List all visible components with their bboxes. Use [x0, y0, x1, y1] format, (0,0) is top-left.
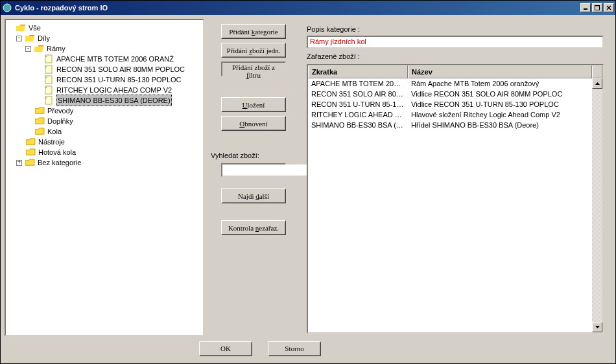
title-bar: Cyklo - rozpadový strom IO — [1, 1, 615, 15]
cell-nazev: Vidlice RECON 351 U-TURN 85-130 POPLOC — [408, 100, 592, 108]
refresh-button[interactable]: Obnovení — [221, 116, 286, 131]
search-label: Vyhledat zboží: — [211, 152, 259, 159]
category-tree[interactable]: Vše -Díly -Rámy APACHE MTB TOTEM 2006 OR… — [5, 19, 204, 336]
app-window: Cyklo - rozpadový strom IO Vše -Díly -Rá… — [0, 0, 616, 364]
cell-nazev: Rám Apache MTB Totem 2006 oranžový — [408, 80, 592, 87]
document-icon — [43, 65, 54, 74]
collapse-icon[interactable]: - — [25, 46, 31, 52]
scroll-down-icon[interactable] — [592, 322, 602, 332]
tree-label[interactable]: Rámy — [47, 43, 65, 54]
header-scroll-corner — [592, 65, 602, 78]
dialog-footer: OK Storno — [5, 337, 611, 359]
tree-label[interactable]: Bez kategorie — [38, 157, 81, 168]
document-icon — [43, 75, 54, 84]
items-list-label: Zařazené zboží : — [307, 52, 608, 60]
column-header-zkratka[interactable]: Zkratka — [308, 65, 408, 78]
cancel-button[interactable]: Storno — [268, 341, 321, 356]
column-header-nazev[interactable]: Název — [408, 65, 592, 78]
add-item-single-button[interactable]: Přidání zboží jedn. — [221, 43, 286, 58]
search-combo[interactable] — [221, 163, 286, 177]
cell-nazev: Vidlice RECON 351 SOLO AIR 80MM POPLOC — [408, 90, 592, 98]
maximize-button[interactable] — [592, 3, 602, 12]
table-row[interactable]: RECON 351 U-TURN 85-13...Vidlice RECON 3… — [308, 99, 592, 109]
folder-open-icon — [34, 44, 44, 53]
description-field[interactable]: Rámy jízdních kol — [307, 36, 604, 49]
folder-icon — [34, 127, 45, 136]
cell-zkratka: RECON 351 SOLO AIR 80M... — [308, 90, 408, 98]
find-next-button[interactable]: Najdi další — [221, 188, 286, 203]
table-row[interactable]: RITCHEY LOGIC AHEAD C...Hlavové složení … — [308, 109, 592, 120]
app-icon — [2, 3, 12, 13]
details-panel: Popis kategorie : Rámy jízdních kol Zařa… — [303, 19, 611, 336]
tree-item-selected[interactable]: SHIMANO BB-ES30 BSA (DEORE) — [56, 95, 172, 106]
tree-label[interactable]: Kola — [47, 126, 62, 137]
cell-zkratka: RECON 351 U-TURN 85-13... — [308, 100, 408, 108]
svg-point-0 — [3, 4, 11, 12]
folder-icon — [25, 137, 36, 146]
client-area: Vše -Díly -Rámy APACHE MTB TOTEM 2006 OR… — [1, 15, 615, 363]
folder-icon — [25, 158, 35, 167]
document-icon — [43, 96, 54, 105]
tree-label[interactable]: Doplňky — [47, 116, 73, 126]
cell-nazev: Hlavové složení Ritchey Logic Ahead Comp… — [408, 111, 592, 119]
cell-nazev: Hřídel SHIMANO BB-ES30 BSA (Deore) — [408, 121, 592, 129]
save-button[interactable]: Uložení — [221, 97, 286, 112]
tree-label[interactable]: Vše — [29, 23, 41, 33]
check-uncategorized-button[interactable]: Kontrola nezařaz. — [221, 220, 286, 235]
folder-open-icon — [16, 23, 26, 32]
document-icon — [43, 85, 54, 95]
folder-icon — [34, 106, 45, 115]
table-row[interactable]: SHIMANO BB-ES30 BSA (D...Hřídel SHIMANO … — [308, 120, 592, 130]
add-item-filter-button[interactable]: Přidání zboží z filtru — [221, 62, 286, 76]
folder-icon — [25, 148, 36, 157]
close-button[interactable] — [604, 3, 614, 12]
ok-button[interactable]: OK — [199, 341, 252, 356]
minimize-button[interactable] — [580, 3, 591, 12]
window-title: Cyklo - rozpadový strom IO — [15, 4, 580, 12]
vertical-scrollbar[interactable] — [592, 78, 602, 332]
cell-zkratka: RITCHEY LOGIC AHEAD C... — [308, 111, 408, 119]
tree-label[interactable]: Díly — [38, 33, 50, 43]
table-body: APACHE MTB TOTEM 2006 ...Rám Apache MTB … — [308, 78, 592, 332]
tree-label[interactable]: Nástroje — [38, 137, 65, 147]
table-row[interactable]: RECON 351 SOLO AIR 80M...Vidlice RECON 3… — [308, 89, 592, 99]
cell-zkratka: SHIMANO BB-ES30 BSA (D... — [308, 121, 408, 129]
tree-item[interactable]: APACHE MTB TOTEM 2006 ORANŽ — [56, 54, 174, 64]
action-panel: Přidání kategorie Přidání zboží jedn. Př… — [204, 19, 303, 336]
tree-label[interactable]: Hotová kola — [38, 147, 76, 157]
table-row[interactable]: APACHE MTB TOTEM 2006 ...Rám Apache MTB … — [308, 78, 592, 89]
svg-rect-2 — [595, 6, 600, 10]
tree-item[interactable]: RITCHEY LOGIC AHEAD COMP V2 — [56, 85, 172, 95]
collapse-icon[interactable]: - — [16, 36, 22, 41]
tree-label[interactable]: Převody — [47, 106, 73, 116]
folder-icon — [34, 117, 45, 126]
tree-item[interactable]: RECON 351 SOLO AIR 80MM POPLOC — [56, 64, 185, 74]
items-table[interactable]: Zkratka Název APACHE MTB TOTEM 2006 ...R… — [307, 64, 604, 334]
scroll-up-icon[interactable] — [592, 78, 602, 89]
add-category-button[interactable]: Přidání kategorie — [221, 24, 286, 39]
search-input[interactable] — [222, 165, 311, 176]
description-label: Popis kategorie : — [307, 25, 608, 33]
table-header: Zkratka Název — [308, 65, 602, 78]
folder-open-icon — [25, 34, 35, 43]
expand-icon[interactable]: + — [16, 160, 22, 166]
cell-zkratka: APACHE MTB TOTEM 2006 ... — [308, 80, 408, 87]
tree-item[interactable]: RECON 351 U-TURN 85-130 POPLOC — [56, 74, 182, 85]
scroll-track[interactable] — [592, 89, 602, 322]
document-icon — [43, 54, 54, 63]
